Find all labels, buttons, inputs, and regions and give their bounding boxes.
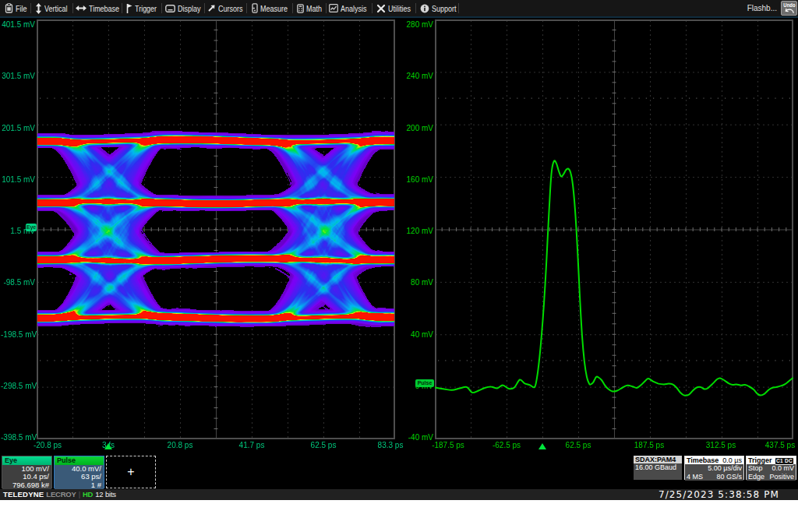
right-x-label: -62.5 ps xyxy=(483,441,530,449)
eye-count: 796.698 k# xyxy=(5,481,49,489)
menu-file-label: File xyxy=(16,4,26,13)
timebase-header: Timebase0.0 µs xyxy=(685,456,743,464)
menu-separator xyxy=(246,3,247,13)
menu-utilities[interactable]: Utilities xyxy=(376,0,417,16)
trigger-header: TriggerC1 DC xyxy=(747,456,796,464)
brand-separator: | xyxy=(79,489,80,500)
menu-separator xyxy=(326,3,327,13)
left-x-label: 20.8 ps xyxy=(157,441,203,449)
timebase-samples: 4 MS xyxy=(687,473,703,481)
left-y-label: -98.5 mV xyxy=(1,279,35,287)
pulse-waveform xyxy=(435,19,793,439)
left-y-label: -198.5 mV xyxy=(1,331,35,339)
menu-measure[interactable]: Measure xyxy=(252,0,295,16)
menu-trigger-label: Trigger xyxy=(135,4,157,13)
left-x-label: 41.7 ps xyxy=(228,441,275,449)
trigger-type: Edge xyxy=(748,473,764,481)
pulse-descriptor-values: 40.0 mV/ 63 ps/ 1 # xyxy=(55,465,104,489)
timebase-status-box[interactable]: Timebase0.0 µs 5.00 µs/div 4 MS80 GS/s xyxy=(684,456,744,480)
vertical-arrows-icon xyxy=(35,3,42,14)
right-x-label: 437.5 ps xyxy=(757,441,798,449)
menu-separator xyxy=(122,3,122,13)
menu-display[interactable]: Display xyxy=(165,0,207,16)
left-x-label: 83.3 ps xyxy=(367,441,414,449)
add-trace-button[interactable]: + xyxy=(106,456,156,488)
info-icon xyxy=(420,4,429,13)
trigger-title: Trigger xyxy=(748,456,772,464)
menu-analysis-label: Analysis xyxy=(341,4,366,13)
flashback-label[interactable]: Flashb... xyxy=(747,0,777,16)
trigger-source-chip: C1 DC xyxy=(775,457,794,465)
left-y-label: 201.5 mV xyxy=(1,125,35,132)
menu-cursors-label: Cursors xyxy=(218,4,242,13)
right-y-label: 160 mV xyxy=(399,176,433,184)
tools-icon xyxy=(376,4,386,13)
chart-icon xyxy=(329,4,338,12)
eye-channel-tag[interactable]: Eye xyxy=(26,224,37,231)
display-monitor-icon xyxy=(165,5,175,12)
left-y-label: 101.5 mV xyxy=(1,176,35,184)
sdax-header: SDAX:PAM4 xyxy=(634,456,682,463)
brand-lecroy: LECROY xyxy=(46,489,76,500)
pulse-channel-tag[interactable]: Pulse xyxy=(415,379,434,387)
menu-math[interactable]: Math xyxy=(297,0,327,16)
eye-descriptor-values: 100 mV/ 10.4 ps/ 796.698 k# xyxy=(2,465,51,489)
right-x-label: 62.5 ps xyxy=(555,441,602,449)
trigger-position-marker-left[interactable] xyxy=(104,439,112,453)
right-x-label: -187.5 ps xyxy=(425,441,471,449)
brand-teledyne: TELEDYNE xyxy=(3,489,44,500)
menu-file[interactable]: File xyxy=(5,0,30,16)
plus-icon: + xyxy=(127,466,134,478)
menu-support-label: Support xyxy=(432,4,456,13)
bottom-bar: TELEDYNE LECROY | HD 12 bits 7/25/2023 5… xyxy=(0,489,798,500)
menu-measure-label: Measure xyxy=(260,4,288,13)
eye-diagram-grid xyxy=(37,19,395,439)
menu-analysis[interactable]: Analysis xyxy=(329,0,374,16)
menu-trigger[interactable]: Trigger xyxy=(126,0,163,16)
sdax-body: 16.00 GBaud xyxy=(634,463,682,480)
undo-arrow-icon xyxy=(784,8,795,14)
pulse-descriptor-box[interactable]: Pulse 40.0 mV/ 63 ps/ 1 # xyxy=(54,456,104,488)
right-y-label: 240 mV xyxy=(399,72,433,80)
right-y-label: 280 mV xyxy=(399,21,433,29)
left-y-label: 301.5 mV xyxy=(1,72,35,80)
menu-separator xyxy=(372,3,373,13)
menu-utilities-label: Utilities xyxy=(388,4,411,13)
menu-vertical[interactable]: Vertical xyxy=(35,0,74,16)
timebase-scale: 5.00 µs/div xyxy=(708,464,742,473)
trigger-position-marker-right[interactable] xyxy=(538,439,546,453)
undo-button[interactable]: Undo xyxy=(781,1,797,16)
bits-label: 12 bits xyxy=(95,489,116,500)
menu-vertical-label: Vertical xyxy=(44,4,67,13)
right-y-label: 80 mV xyxy=(399,279,433,287)
menu-timebase[interactable]: Timebase xyxy=(76,0,128,16)
menu-bar: File Vertical Timebase Trigger Display C… xyxy=(0,0,798,18)
menu-separator xyxy=(458,3,459,13)
menu-cursors[interactable]: Cursors xyxy=(207,0,249,16)
menu-separator xyxy=(30,3,31,13)
pulse-count: 1 # xyxy=(57,481,101,489)
menu-timebase-label: Timebase xyxy=(89,4,119,13)
left-y-label: 401.5 mV xyxy=(1,21,35,29)
right-y-label: 120 mV xyxy=(399,227,433,235)
datetime-label: 7/25/2023 5:38:58 PM xyxy=(659,489,779,500)
teledyne-lecroy-logo: TELEDYNE LECROY | HD 12 bits xyxy=(3,489,116,500)
sdax-baudrate: 16.00 GBaud xyxy=(635,463,676,472)
cursor-arrow-icon xyxy=(207,4,216,12)
right-y-label: 200 mV xyxy=(399,125,433,132)
scope-screen: File Vertical Timebase Trigger Display C… xyxy=(0,0,798,500)
calculator-icon xyxy=(297,4,304,13)
horizontal-arrows-icon xyxy=(76,5,87,12)
right-x-label: 187.5 ps xyxy=(626,441,673,449)
menu-support[interactable]: Support xyxy=(420,0,463,16)
timebase-title: Timebase xyxy=(687,456,719,464)
hd-badge: HD xyxy=(83,489,93,500)
undo-button-label: Undo xyxy=(783,2,795,8)
trigger-status-box[interactable]: TriggerC1 DC Stop0.0 mV EdgePositive xyxy=(746,456,796,480)
left-x-label: 62.5 ps xyxy=(300,441,347,449)
menu-separator xyxy=(204,3,205,13)
eye-descriptor-box[interactable]: Eye 100 mV/ 10.4 ps/ 796.698 k# xyxy=(2,456,52,488)
file-icon xyxy=(5,3,13,13)
timebase-samplerate: 80 GS/s xyxy=(716,473,742,481)
sdax-status-box[interactable]: SDAX:PAM4 16.00 GBaud xyxy=(634,456,682,480)
